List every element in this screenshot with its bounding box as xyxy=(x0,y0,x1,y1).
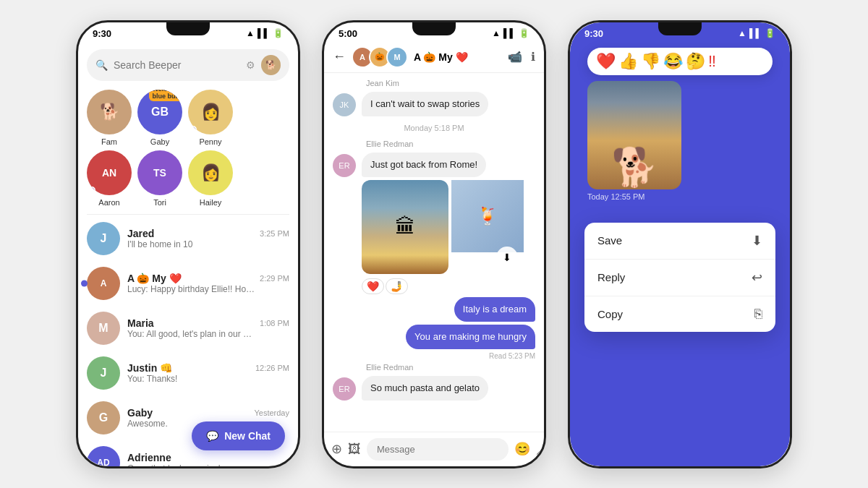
image-2: 🍹 xyxy=(451,180,524,252)
emoji-thinking[interactable]: 🤔 xyxy=(686,52,705,71)
emoji-reaction-bar: ❤️ 👍 👎 😂 🤔 ‼️ xyxy=(587,48,773,75)
message-input-bar: ⊕ 🖼 😊 🎤 xyxy=(324,432,544,466)
story-avatar-fam: 🐕 xyxy=(87,90,132,134)
msg-ellie-1: ER Just got back from Rome! xyxy=(333,153,535,177)
msg-jean: JK I can't wait to swap stories xyxy=(333,92,535,116)
save-icon: ⬇ xyxy=(752,233,762,249)
status-icons-2: ▲ ▌▌ 🔋 xyxy=(492,28,529,38)
story-initials-aaron: AN xyxy=(102,167,116,179)
gear-icon[interactable]: ⚙ xyxy=(246,59,255,71)
story-initials-gaby: GB xyxy=(151,106,169,119)
chat-time-justin: 12:26 PM xyxy=(255,364,289,372)
phone-3: 9:30 ▲ ▌▌ 🔋 ❤️ 👍 👎 😂 🤔 ‼️ 🐕 Today xyxy=(568,20,792,468)
emoji-laugh[interactable]: 😂 xyxy=(663,52,683,71)
divider-monday: Monday 5:18 PM xyxy=(333,124,535,132)
msg-ellie-2: ER So much pasta and gelato xyxy=(333,376,535,401)
status-icons-1: ▲ ▌▌ 🔋 xyxy=(246,28,284,38)
chat-name-jared: Jared xyxy=(127,228,154,239)
download-button[interactable]: ⬇ xyxy=(496,247,518,268)
story-name-fam: Fam xyxy=(101,137,117,146)
dog-photo: 🐕 xyxy=(587,81,681,189)
video-icon[interactable]: 📹 xyxy=(508,50,522,64)
chat-time-maria: 1:08 PM xyxy=(260,319,289,328)
chat-time-gaby: Yesterday xyxy=(254,408,289,417)
chat-header: ← A 🎃 M A 🎃 My ❤️ 📹 ℹ xyxy=(324,42,544,73)
search-bar[interactable]: 🔍 ⚙ 🐕 xyxy=(87,49,289,81)
chat-msg-adrienne: Omg, that looks so nice! xyxy=(127,463,258,466)
media-icon[interactable]: 🖼 xyxy=(348,442,361,457)
chat-content-amy: A 🎃 My ❤️ 2:29 PM Lucy: Happy birthday E… xyxy=(127,273,289,294)
chat-item-justin[interactable]: J Justin 👊 12:26 PM You: Thanks! xyxy=(78,351,298,395)
new-chat-button[interactable]: 💬 New Chat xyxy=(192,421,285,450)
emoji-thumbsup[interactable]: 👍 xyxy=(618,52,638,71)
story-aaron[interactable]: AN Aaron xyxy=(87,150,132,207)
message-input[interactable] xyxy=(367,438,509,461)
battery-icon: 🔋 xyxy=(273,28,284,38)
online-dot-penny xyxy=(190,126,197,133)
context-reply[interactable]: Reply ↩ xyxy=(584,260,775,296)
context-copy[interactable]: Copy ⎘ xyxy=(584,296,775,332)
phone-2: 5:00 ▲ ▌▌ 🔋 ← A 🎃 M A 🎃 My ❤️ 📹 ℹ xyxy=(322,20,546,468)
bubble-italy: Italy is a dream xyxy=(454,297,535,322)
chat-avatar-amy: A xyxy=(87,267,120,300)
story-fam[interactable]: 🐕 Fam xyxy=(87,90,132,146)
messages-area[interactable]: Jean Kim JK I can't wait to swap stories… xyxy=(324,73,544,466)
reactions-row: ❤️ 🤳 xyxy=(362,278,535,294)
sender-ellie-1: Ellie Redman xyxy=(366,140,535,148)
story-hailey[interactable]: 👩 Hailey xyxy=(188,150,233,207)
wifi-icon-3: ▲ xyxy=(738,28,746,38)
chat-item-maria[interactable]: M Maria 1:08 PM You: All good, let's pla… xyxy=(78,306,298,351)
info-icon[interactable]: ℹ xyxy=(531,50,535,64)
chat-content-jared: Jared 3:25 PM I'll be home in 10 xyxy=(127,228,289,249)
bubble-jean: I can't wait to swap stories xyxy=(362,92,488,116)
chat-content-justin: Justin 👊 12:26 PM You: Thanks! xyxy=(127,362,289,384)
time-1: 9:30 xyxy=(93,28,111,39)
signal-icon: ▌▌ xyxy=(258,28,270,38)
battery-icon-2: 🔋 xyxy=(519,28,529,38)
avatar-jean: JK xyxy=(333,93,356,116)
story-tori[interactable]: TS Tori xyxy=(137,150,182,207)
chat-name-adrienne: Adrienne xyxy=(127,452,171,463)
story-name-gaby: Gaby xyxy=(150,137,169,146)
story-gaby[interactable]: GB Welcome toblue bubbles! Gaby xyxy=(137,90,182,146)
emoji-icon[interactable]: 😊 xyxy=(514,441,530,457)
avatar-ellie-2: ER xyxy=(333,377,356,401)
welcome-bubble: Welcome toblue bubbles! xyxy=(149,90,183,101)
wifi-icon-2: ▲ xyxy=(492,28,501,38)
story-initials-tori: TS xyxy=(153,167,166,179)
reaction-selfie[interactable]: 🤳 xyxy=(386,278,408,294)
mic-icon[interactable]: 🎤 xyxy=(536,441,544,457)
chat-name-amy: A 🎃 My ❤️ xyxy=(127,273,182,284)
add-icon[interactable]: ⊕ xyxy=(331,441,342,457)
user-avatar[interactable]: 🐕 xyxy=(261,55,281,75)
time-3: 9:30 xyxy=(584,28,603,39)
chat-avatar-maria: M xyxy=(87,312,120,345)
reply-icon: ↩ xyxy=(752,270,762,286)
chat-msg-amy: Lucy: Happy birthday Ellie!! Hope you've… xyxy=(127,284,258,294)
story-avatar-hailey: 👩 xyxy=(188,150,233,195)
chat-msg-jared: I'll be home in 10 xyxy=(127,239,258,249)
emoji-exclamation[interactable]: ‼️ xyxy=(708,52,716,71)
story-avatar-penny: 👩 xyxy=(188,90,233,134)
emoji-heart[interactable]: ❤️ xyxy=(596,52,616,71)
back-button[interactable]: ← xyxy=(333,49,346,64)
divider xyxy=(87,214,289,215)
chat-item-amy[interactable]: A A 🎃 My ❤️ 2:29 PM Lucy: Happy birthday… xyxy=(78,261,298,306)
emoji-thumbsdown[interactable]: 👎 xyxy=(641,52,660,71)
story-avatar-gaby: GB Welcome toblue bubbles! xyxy=(137,90,182,134)
msg-images: 🏛 🍹 ⬇ xyxy=(362,180,535,274)
reaction-heart[interactable]: ❤️ xyxy=(362,278,384,294)
chat-item-jared[interactable]: J Jared 3:25 PM I'll be home in 10 xyxy=(78,216,298,261)
search-input[interactable] xyxy=(114,59,240,71)
reply-label: Reply xyxy=(597,271,625,283)
context-save[interactable]: Save ⬇ xyxy=(584,223,775,260)
context-menu: Save ⬇ Reply ↩ Copy ⎘ xyxy=(584,223,775,332)
copy-label: Copy xyxy=(597,308,623,320)
chat-avatar-jared: J xyxy=(87,222,120,255)
story-penny[interactable]: 👩 Penny xyxy=(188,90,233,146)
photo-timestamp: Today 12:55 PM xyxy=(587,192,773,201)
story-avatar-aaron: AN xyxy=(87,150,132,195)
msg-italy: Italy is a dream xyxy=(333,297,535,322)
chat-content-adrienne: Adrienne Omg, that looks so nice! xyxy=(127,452,289,466)
dog-photo-area: ❤️ 👍 👎 😂 🤔 ‼️ 🐕 Today 12:55 PM xyxy=(587,48,773,201)
